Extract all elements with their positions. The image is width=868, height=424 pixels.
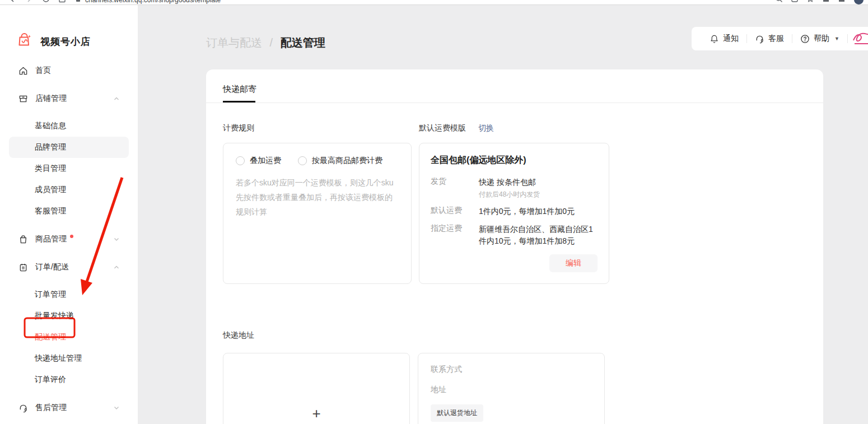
sidebar-item-label: 首页 bbox=[35, 66, 51, 76]
bell-icon bbox=[710, 34, 719, 44]
default-return-address-badge: 默认退货地址 bbox=[431, 404, 483, 422]
chevron-down-icon[interactable] bbox=[113, 404, 120, 411]
sidebar-item-shop-management[interactable]: 店铺管理 bbox=[0, 85, 138, 113]
default-template-label: 默认运费模版 bbox=[419, 123, 466, 133]
sidebar-item-brand-management[interactable]: 品牌管理 bbox=[9, 137, 129, 158]
sidebar-item-label: 快递地址管理 bbox=[35, 353, 82, 364]
sidebar: 视频号小店 首页 店铺管理 基础信息 品牌管理 bbox=[0, 5, 138, 424]
help-menu-button[interactable]: 帮助 ▼ bbox=[792, 34, 847, 44]
app-logo: 视频号小店 bbox=[0, 5, 138, 57]
sidebar-item-label: 售后管理 bbox=[35, 403, 67, 413]
app-title: 视频号小店 bbox=[40, 35, 91, 48]
contact-label: 联系方式 bbox=[431, 365, 592, 375]
main-content: 订单与配送 / 配送管理 通知 客服 bbox=[138, 5, 868, 424]
sidebar-item-label: 商品管理 bbox=[35, 234, 67, 244]
radio-label: 叠加运费 bbox=[250, 156, 281, 166]
sidebar-item-label: 类目管理 bbox=[35, 164, 66, 174]
settings-card: 快递邮寄 计费规则 默认运费模版 切换 bbox=[206, 69, 823, 424]
template-row-specified-freight: 指定运费 新疆维吾尔自治区、西藏自治区1件内10元，每增加1件加8元 bbox=[431, 223, 598, 247]
tab-express-mail[interactable]: 快递邮寄 bbox=[223, 84, 256, 95]
sidebar-item-label: 品牌管理 bbox=[35, 142, 66, 152]
shop-avatar[interactable] bbox=[852, 30, 868, 47]
browser-back-icon[interactable] bbox=[8, 0, 17, 5]
headset-icon bbox=[18, 403, 28, 413]
breadcrumb-parent[interactable]: 订单与配送 bbox=[206, 36, 262, 49]
address-bar-url[interactable]: channels.weixin.qq.com/shop/goods/templa… bbox=[85, 0, 221, 4]
radio-label: 按最高商品邮费计费 bbox=[312, 156, 382, 166]
sidebar-item-delivery-management[interactable]: 配送管理 bbox=[0, 327, 138, 348]
site-info-icon[interactable] bbox=[76, 0, 80, 2]
add-address-card[interactable]: + bbox=[223, 353, 410, 424]
question-circle-icon bbox=[800, 34, 810, 44]
notification-dot bbox=[70, 235, 73, 238]
notifications-button[interactable]: 通知 bbox=[702, 34, 746, 44]
sidebar-item-label: 配送管理 bbox=[35, 332, 66, 342]
template-row-default-freight: 默认运费 1件内0元，每增加1件加0元 bbox=[431, 206, 598, 217]
chevron-up-icon[interactable] bbox=[113, 95, 120, 102]
sidebar-item-order-review[interactable]: 订单评价 bbox=[0, 369, 138, 390]
browser-bookmark-icon[interactable] bbox=[806, 0, 814, 5]
sidebar-item-label: 成员管理 bbox=[35, 185, 66, 195]
clipboard-icon bbox=[18, 263, 28, 272]
header-actions: 通知 客服 帮助 ▼ bbox=[692, 27, 868, 50]
radio-stack-shipping[interactable]: 叠加运费 bbox=[236, 156, 281, 166]
sidebar-item-label: 批量发快递 bbox=[35, 311, 74, 321]
sidebar-item-label: 订单管理 bbox=[35, 290, 66, 300]
sidebar-item-label: 店铺管理 bbox=[35, 94, 67, 104]
template-row-shipping: 发货 快递 按条件包邮 付款后48小时内发货 bbox=[431, 176, 598, 199]
radio-highest-postage[interactable]: 按最高商品邮费计费 bbox=[298, 156, 382, 166]
headset-icon bbox=[755, 34, 764, 44]
template-title: 全国包邮(偏远地区除外) bbox=[431, 155, 598, 166]
sidebar-item-label: 客服管理 bbox=[35, 206, 66, 216]
breadcrumb-separator: / bbox=[270, 36, 273, 49]
browser-toolbar: channels.weixin.qq.com/shop/goods/templa… bbox=[0, 0, 868, 5]
sidebar-item-order-management[interactable]: 订单管理 bbox=[0, 284, 138, 305]
address-card: 联系方式 地址 默认退货地址 bbox=[418, 353, 605, 424]
store-icon bbox=[18, 94, 28, 104]
express-address-label: 快递地址 bbox=[223, 330, 806, 341]
sidebar-item-after-sales[interactable]: 售后管理 bbox=[0, 394, 138, 422]
breadcrumb: 订单与配送 / 配送管理 bbox=[206, 35, 325, 50]
edit-button[interactable]: 编辑 bbox=[549, 254, 598, 272]
sidebar-item-label: 基础信息 bbox=[35, 121, 66, 131]
sidebar-item-shipping-address-management[interactable]: 快递地址管理 bbox=[0, 348, 138, 369]
shipping-time-note: 付款后48小时内发货 bbox=[479, 190, 598, 199]
browser-reload-icon[interactable] bbox=[41, 0, 50, 5]
sidebar-item-home[interactable]: 首页 bbox=[0, 57, 138, 85]
notifications-label: 通知 bbox=[723, 34, 739, 44]
browser-downloads-icon[interactable] bbox=[838, 0, 846, 5]
chevron-up-icon[interactable] bbox=[113, 264, 120, 271]
radio-icon[interactable] bbox=[298, 156, 307, 165]
customer-service-button[interactable]: 客服 bbox=[747, 34, 792, 44]
sidebar-item-member-management[interactable]: 成员管理 bbox=[0, 179, 138, 201]
sidebar-item-label: 订单评价 bbox=[35, 375, 66, 385]
browser-save-icon[interactable] bbox=[58, 0, 66, 5]
chevron-down-icon[interactable] bbox=[113, 236, 120, 243]
help-label: 帮助 bbox=[814, 34, 829, 44]
browser-search-icon[interactable] bbox=[775, 0, 783, 5]
sidebar-item-customer-service-management[interactable]: 客服管理 bbox=[0, 201, 138, 222]
browser-extension-icon[interactable] bbox=[791, 0, 799, 5]
browser-home-icon[interactable] bbox=[822, 0, 830, 5]
sidebar-item-label: 订单/配送 bbox=[35, 262, 69, 272]
sidebar-item-basic-info[interactable]: 基础信息 bbox=[0, 115, 138, 137]
tab-bar: 快递邮寄 bbox=[206, 69, 823, 102]
sidebar-item-batch-shipping[interactable]: 批量发快递 bbox=[0, 305, 138, 327]
sidebar-item-category-management[interactable]: 类目管理 bbox=[0, 158, 138, 179]
radio-icon[interactable] bbox=[236, 156, 245, 165]
sidebar-item-order-delivery[interactable]: 订单/配送 bbox=[0, 253, 138, 281]
address-bar[interactable]: channels.weixin.qq.com/shop/goods/templa… bbox=[76, 0, 221, 4]
freight-template-card: 全国包邮(偏远地区除外) 发货 快递 按条件包邮 付款后48小时内发货 bbox=[419, 143, 609, 284]
sidebar-item-marketing-center[interactable]: 营销中心 bbox=[0, 422, 138, 424]
sidebar-item-product-management[interactable]: 商品管理 bbox=[0, 225, 138, 253]
customer-service-label: 客服 bbox=[768, 34, 784, 44]
billing-rules-label: 计费规则 bbox=[223, 123, 412, 133]
active-tab-indicator bbox=[223, 101, 255, 102]
browser-forward-icon[interactable] bbox=[25, 0, 34, 5]
page-title: 配送管理 bbox=[281, 36, 325, 49]
page: channels.weixin.qq.com/shop/goods/templa… bbox=[0, 0, 868, 424]
plus-icon[interactable]: + bbox=[312, 405, 320, 422]
switch-template-link[interactable]: 切换 bbox=[478, 123, 494, 133]
divider bbox=[206, 102, 823, 103]
bag-icon bbox=[18, 235, 28, 244]
